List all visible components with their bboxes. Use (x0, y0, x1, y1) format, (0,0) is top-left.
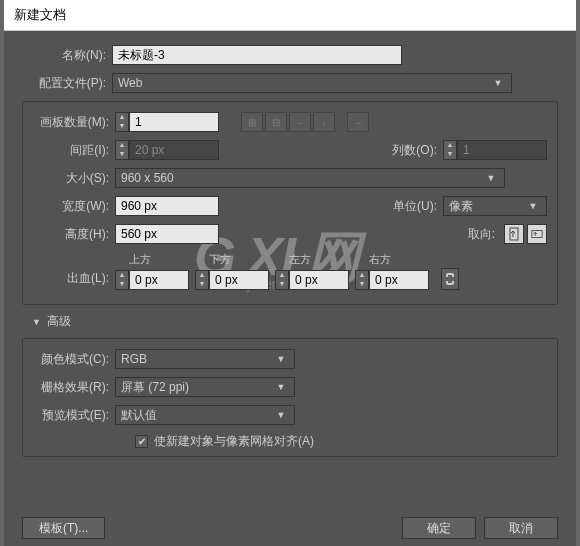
align-grid-checkbox[interactable]: ✔ (135, 435, 148, 448)
units-dropdown[interactable]: 像素 ▼ (443, 196, 547, 216)
arrange-grid-col-icon[interactable]: ⊟ (265, 112, 287, 132)
dialog-title: 新建文档 (4, 0, 576, 31)
advanced-section-toggle[interactable]: ▼ 高级 (32, 313, 558, 330)
bleed-left-input[interactable] (289, 270, 349, 290)
bleed-label: 出血(L): (25, 270, 115, 290)
cancel-button[interactable]: 取消 (484, 517, 558, 539)
bleed-right-header: 右方 (355, 252, 391, 267)
advanced-label: 高级 (47, 313, 71, 330)
width-input[interactable] (115, 196, 219, 216)
size-label: 大小(S): (25, 170, 115, 187)
units-label: 单位(U): (375, 198, 443, 215)
bleed-right-input[interactable] (369, 270, 429, 290)
bleed-left-header: 左方 (275, 252, 311, 267)
colormode-label: 颜色模式(C): (25, 351, 115, 368)
preview-dropdown[interactable]: 默认值 ▼ (115, 405, 295, 425)
size-value: 960 x 560 (121, 171, 174, 185)
bleed-bottom-stepper[interactable]: ▲▼ (195, 270, 209, 290)
chevron-down-icon: ▼ (483, 173, 499, 183)
height-label: 高度(H): (25, 226, 115, 243)
chevron-down-icon: ▼ (273, 354, 289, 364)
bleed-top-stepper[interactable]: ▲▼ (115, 270, 129, 290)
size-dropdown[interactable]: 960 x 560 ▼ (115, 168, 505, 188)
colormode-value: RGB (121, 352, 147, 366)
arrange-custom-icon[interactable]: → (347, 112, 369, 132)
profile-dropdown[interactable]: Web ▼ (112, 73, 512, 93)
arrange-col-icon[interactable]: ↓ (313, 112, 335, 132)
spacing-input (129, 140, 219, 160)
dialog-footer: 模板(T)... 确定 取消 (22, 517, 558, 539)
preview-value: 默认值 (121, 407, 157, 424)
new-document-dialog: 新建文档 G XI 网 system.com 名称(N): 配置文件(P): W… (4, 0, 576, 546)
height-input[interactable] (115, 224, 219, 244)
profile-label: 配置文件(P): (22, 75, 112, 92)
bleed-right-stepper[interactable]: ▲▼ (355, 270, 369, 290)
spacing-label: 间距(I): (25, 142, 115, 159)
units-value: 像素 (449, 198, 473, 215)
orientation-label: 取向: (451, 226, 501, 243)
bleed-bottom-header: 下方 (195, 252, 231, 267)
arrange-grid-row-icon[interactable]: ⊞ (241, 112, 263, 132)
bleed-top-input[interactable] (129, 270, 189, 290)
orientation-landscape-button[interactable] (527, 224, 547, 244)
preview-label: 预览模式(E): (25, 407, 115, 424)
artboard-count-input[interactable] (129, 112, 219, 132)
orientation-portrait-button[interactable] (504, 224, 524, 244)
bleed-link-button[interactable] (441, 268, 459, 290)
document-settings-group: 画板数量(M): ▲▼ ⊞ ⊟ → ↓ → 间距(I): ▲▼ 列数(O): ▲… (22, 101, 558, 305)
ok-button[interactable]: 确定 (402, 517, 476, 539)
bleed-bottom-input[interactable] (209, 270, 269, 290)
raster-dropdown[interactable]: 屏幕 (72 ppi) ▼ (115, 377, 295, 397)
triangle-down-icon: ▼ (32, 317, 41, 327)
dialog-body: G XI 网 system.com 名称(N): 配置文件(P): Web ▼ … (4, 31, 576, 546)
arrange-row-icon[interactable]: → (289, 112, 311, 132)
align-grid-label: 使新建对象与像素网格对齐(A) (154, 433, 314, 450)
width-label: 宽度(W): (25, 198, 115, 215)
chevron-down-icon: ▼ (273, 410, 289, 420)
artboard-count-label: 画板数量(M): (25, 114, 115, 131)
spacing-stepper[interactable]: ▲▼ (115, 140, 129, 160)
name-input[interactable] (112, 45, 402, 65)
name-label: 名称(N): (22, 47, 112, 64)
svg-rect-0 (510, 228, 518, 240)
chevron-down-icon: ▼ (525, 201, 541, 211)
columns-stepper[interactable]: ▲▼ (443, 140, 457, 160)
bleed-left-stepper[interactable]: ▲▼ (275, 270, 289, 290)
chevron-down-icon: ▼ (273, 382, 289, 392)
raster-label: 栅格效果(R): (25, 379, 115, 396)
colormode-dropdown[interactable]: RGB ▼ (115, 349, 295, 369)
artboard-count-stepper[interactable]: ▲▼ (115, 112, 129, 132)
profile-value: Web (118, 76, 142, 90)
templates-button[interactable]: 模板(T)... (22, 517, 105, 539)
bleed-top-header: 上方 (115, 252, 151, 267)
columns-input (457, 140, 547, 160)
raster-value: 屏幕 (72 ppi) (121, 379, 189, 396)
columns-label: 列数(O): (375, 142, 443, 159)
chevron-down-icon: ▼ (490, 78, 506, 88)
advanced-group: 颜色模式(C): RGB ▼ 栅格效果(R): 屏幕 (72 ppi) ▼ 预览… (22, 338, 558, 457)
